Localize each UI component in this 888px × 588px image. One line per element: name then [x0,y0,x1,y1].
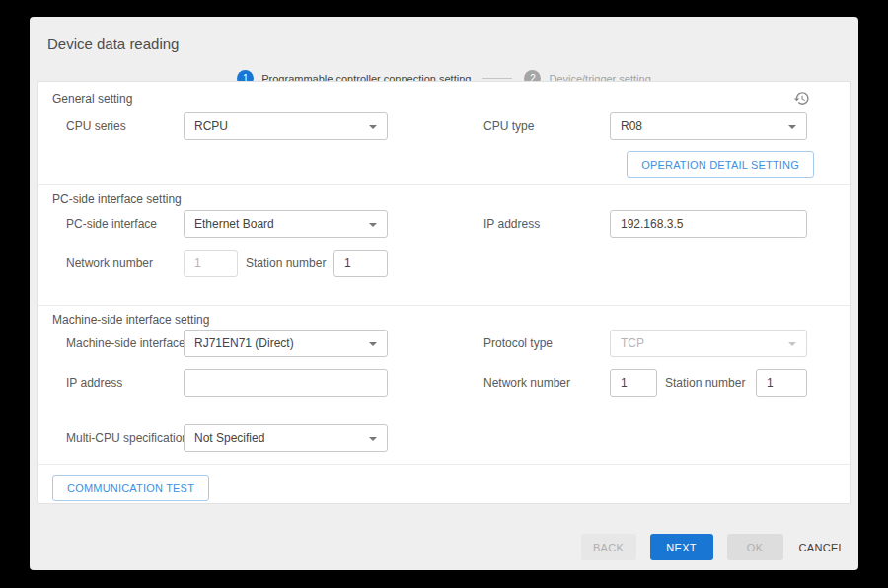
dialog-title: Device data reading [47,36,179,52]
ok-button: OK [727,534,783,560]
machine-station-number-label: Station number [665,376,753,390]
chevron-down-icon [369,437,377,441]
chevron-down-icon [369,223,377,227]
pc-ip-address-input[interactable] [610,210,807,238]
chevron-down-icon [369,125,377,129]
multi-cpu-specification-select[interactable]: Not Specified [184,424,388,452]
machine-network-number-input[interactable] [610,369,657,397]
chevron-down-icon [369,342,377,346]
pc-station-number-label: Station number [246,257,333,270]
pc-side-interface-value: Ethernet Board [194,217,274,231]
pc-station-number-input[interactable] [333,250,388,277]
pc-network-number-label: Network number [52,257,184,270]
dialog-footer: BACK NEXT OK CANCEL [581,534,847,560]
cancel-button[interactable]: CANCEL [797,534,847,560]
machine-side-interface-label: Machine-side interface [52,336,184,350]
communication-test-button[interactable]: COMMUNICATION TEST [52,475,209,501]
section-divider [38,464,850,465]
cpu-series-value: RCPU [194,119,228,133]
pc-side-interface-label: PC-side interface [52,217,184,231]
multi-cpu-specification-value: Not Specified [194,431,264,445]
machine-side-interface-value: RJ71EN71 (Direct) [194,336,294,350]
protocol-type-label: Protocol type [483,336,610,350]
multi-cpu-specification-label: Multi-CPU specification [52,431,184,445]
protocol-type-value: TCP [621,336,644,350]
operation-detail-setting-button[interactable]: OPERATION DETAIL SETTING [627,151,814,178]
back-button: BACK [581,534,636,560]
protocol-type-select: TCP [610,330,807,357]
machine-side-interface-select[interactable]: RJ71EN71 (Direct) [184,330,388,357]
pc-side-setting-header: PC-side interface setting [52,192,850,206]
machine-side-setting-header: Machine-side interface setting [52,313,850,327]
cpu-series-label: CPU series [52,119,184,133]
pc-network-number-input [184,250,238,277]
pc-side-interface-select[interactable]: Ethernet Board [184,210,388,238]
next-button[interactable]: NEXT [650,534,713,560]
cpu-type-value: R08 [621,119,642,133]
chevron-down-icon [788,125,796,129]
section-divider [38,184,850,185]
cpu-series-select[interactable]: RCPU [184,112,388,140]
pc-ip-address-label: IP address [483,217,610,231]
device-data-reading-dialog: Device data reading 1 Programmable contr… [30,17,858,570]
chevron-down-icon [788,342,796,346]
cpu-type-select[interactable]: R08 [610,112,807,140]
machine-ip-address-input[interactable] [184,369,388,397]
general-setting-header: General setting [52,92,850,106]
connection-settings-panel: General setting CPU series RCPU CPU type… [37,81,851,504]
cpu-type-label: CPU type [483,119,610,133]
stepper-connector [482,78,512,79]
machine-station-number-input[interactable] [756,369,807,397]
history-icon[interactable] [793,90,810,107]
machine-ip-address-label: IP address [52,376,184,390]
section-divider [38,305,850,306]
machine-network-number-label: Network number [483,376,610,390]
